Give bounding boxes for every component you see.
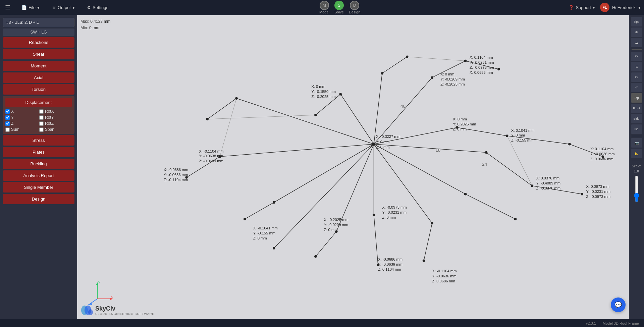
- plus-y-button[interactable]: +Y: [631, 72, 642, 82]
- checkbox-sum-input[interactable]: [5, 127, 10, 132]
- stress-button[interactable]: Stress: [3, 135, 74, 146]
- svg-point-126: [88, 309, 93, 315]
- front-button[interactable]: Front: [631, 104, 642, 113]
- sidebar: #3 - ULS: 2. D + L SW + LG Reactions She…: [0, 15, 77, 319]
- camera-button[interactable]: 📷: [631, 138, 642, 148]
- scale-value: 1.0: [634, 169, 639, 173]
- settings-menu[interactable]: ⚙ Settings: [84, 4, 111, 11]
- checkbox-roty[interactable]: RotY: [39, 115, 72, 120]
- main-layout: #3 - ULS: 2. D + L SW + LG Reactions She…: [0, 15, 644, 319]
- svg-point-59: [314, 255, 317, 258]
- checkbox-rotz-input[interactable]: [39, 121, 44, 126]
- svg-point-61: [244, 218, 246, 220]
- hamburger-menu[interactable]: ☰: [3, 2, 12, 13]
- checkbox-y[interactable]: Y: [5, 115, 38, 120]
- svg-text:X: 0.0376 mm: X: 0.0376 mm: [536, 176, 559, 180]
- svg-text:Y: -0.0636 mm: Y: -0.0636 mm: [432, 274, 457, 278]
- svg-point-52: [464, 193, 467, 195]
- axial-button[interactable]: Axial: [3, 72, 74, 83]
- support-button[interactable]: ❓ Support ▾: [569, 5, 595, 10]
- buckling-button[interactable]: Buckling: [3, 159, 74, 169]
- svg-text:Y: -0.0636 mm: Y: -0.0636 mm: [378, 262, 402, 266]
- svg-point-33: [372, 143, 376, 146]
- svg-text:Y: -0.0209 mm: Y: -0.0209 mm: [440, 77, 465, 81]
- checkbox-rotx[interactable]: RotX: [39, 109, 72, 114]
- svg-text:Y: -0.155 mm: Y: -0.155 mm: [253, 231, 275, 235]
- displacement-title[interactable]: Displacement: [5, 98, 72, 107]
- sw-lg-label: SW + LG: [3, 29, 74, 36]
- checkbox-rotx-input[interactable]: [39, 109, 44, 114]
- measure-button[interactable]: 📐: [631, 149, 642, 158]
- load-case-dropdown[interactable]: #3 - ULS: 2. D + L: [3, 18, 74, 27]
- analysis-report-button[interactable]: Analysis Report: [3, 170, 74, 181]
- svg-text:Z: 0 mm: Z: 0 mm: [382, 215, 396, 219]
- solve-mode[interactable]: S Solve: [334, 1, 344, 14]
- solve-mode-icon[interactable]: S: [334, 1, 344, 10]
- svg-line-29: [220, 98, 236, 157]
- svg-text:X: X: [111, 295, 113, 298]
- svg-point-49: [485, 151, 487, 154]
- checkbox-y-input[interactable]: [5, 115, 10, 120]
- minus-y-button[interactable]: -Y: [631, 83, 642, 92]
- svg-text:Z: 0.1104 mm: Z: 0.1104 mm: [378, 267, 401, 271]
- file-icon: 📄: [21, 5, 27, 10]
- model-mode-icon[interactable]: M: [320, 1, 329, 10]
- svg-line-18: [374, 144, 466, 194]
- moment-button[interactable]: Moment: [3, 61, 74, 71]
- checkbox-roty-input[interactable]: [39, 115, 44, 120]
- svg-text:X: 0 mm: X: 0 mm: [453, 117, 467, 121]
- terrain-button[interactable]: ⛰: [631, 38, 642, 47]
- top-button[interactable]: Top: [631, 93, 642, 103]
- svg-text:X: -0.1104 mm: X: -0.1104 mm: [432, 269, 457, 273]
- torsion-button[interactable]: Torsion: [3, 84, 74, 95]
- checkbox-z[interactable]: Z: [5, 121, 38, 126]
- structure-diagram: X: -0.3227 mm Y: 0 mm Z: 0 mm X: -0.1104…: [77, 15, 629, 319]
- svg-point-40: [381, 72, 383, 74]
- svg-text:18: 18: [435, 148, 440, 153]
- design-button[interactable]: Design: [3, 194, 74, 204]
- design-mode[interactable]: D Design: [349, 1, 360, 14]
- svg-text:Z: 0 mm: Z: 0 mm: [453, 127, 467, 131]
- plus-x-button[interactable]: +X: [631, 52, 642, 61]
- svg-line-21: [424, 223, 432, 261]
- side-button[interactable]: Side: [631, 114, 642, 123]
- output-icon: 🖥: [52, 5, 56, 10]
- chat-button[interactable]: 💬: [611, 297, 626, 312]
- checkbox-x-input[interactable]: [5, 109, 10, 114]
- svg-text:X: -0.1041 mm: X: -0.1041 mm: [253, 226, 278, 230]
- reactions-button[interactable]: Reactions: [3, 37, 74, 48]
- design-mode-icon[interactable]: D: [350, 1, 359, 10]
- svg-point-44: [497, 68, 500, 70]
- minus-x-button[interactable]: -X: [631, 62, 642, 71]
- checkbox-span-input[interactable]: [39, 127, 44, 132]
- svg-text:Y: -0.0231 mm: Y: -0.0231 mm: [382, 210, 407, 214]
- shear-button[interactable]: Shear: [3, 49, 74, 59]
- user-menu[interactable]: FL Hi Frederick ▾: [600, 3, 641, 12]
- svg-text:Z: 0 mm: Z: 0 mm: [324, 228, 338, 232]
- checkbox-rotz[interactable]: RotZ: [39, 121, 72, 126]
- svg-point-60: [273, 201, 275, 204]
- eye-button[interactable]: 👁: [631, 28, 642, 37]
- checkbox-z-input[interactable]: [5, 121, 10, 126]
- svg-point-62: [273, 247, 275, 249]
- navbar-right: ❓ Support ▾ FL Hi Frederick ▾: [569, 3, 641, 12]
- svg-text:X: -0.1104 mm: X: -0.1104 mm: [199, 149, 223, 153]
- tips-button[interactable]: Tips: [631, 17, 642, 26]
- svg-text:Y: 0 mm: Y: 0 mm: [376, 140, 390, 144]
- svg-text:Y: 0.2025 mm: Y: 0.2025 mm: [453, 122, 476, 126]
- svg-line-2: [236, 98, 374, 144]
- file-menu[interactable]: 📄 File ▾: [19, 4, 42, 11]
- svg-text:Y: -0.0231 mm: Y: -0.0231 mm: [470, 60, 494, 64]
- plates-button[interactable]: Plates: [3, 147, 74, 157]
- viewport[interactable]: Max: 0.4123 mm Min: 0 mm: [77, 15, 629, 319]
- checkbox-span[interactable]: Span: [39, 127, 72, 132]
- iso-button[interactable]: Iso: [631, 124, 642, 134]
- model-mode[interactable]: M Model: [319, 1, 329, 14]
- user-chevron-icon: ▾: [638, 5, 641, 10]
- checkbox-sum[interactable]: Sum: [5, 127, 38, 132]
- output-menu[interactable]: 🖥 Output ▾: [49, 4, 77, 11]
- svg-line-4: [340, 94, 374, 144]
- single-member-button[interactable]: Single Member: [3, 182, 74, 193]
- scale-slider[interactable]: [633, 175, 640, 202]
- checkbox-x[interactable]: X: [5, 109, 38, 114]
